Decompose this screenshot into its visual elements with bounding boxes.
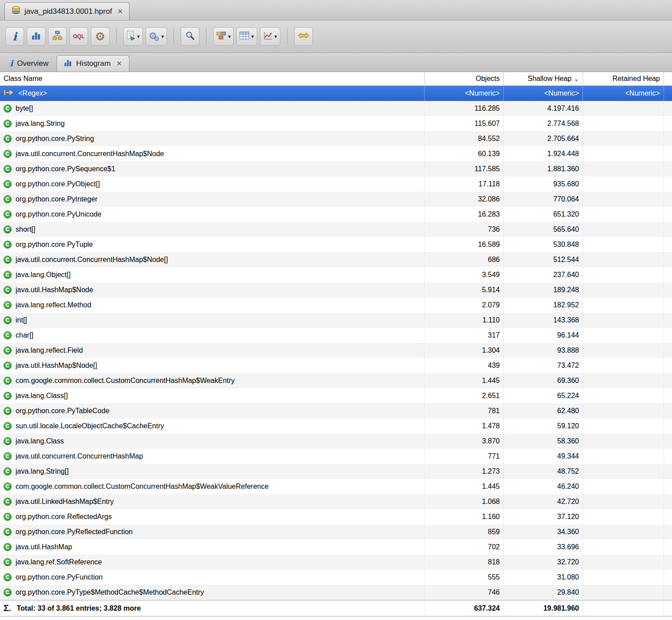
shallow-heap-cell: 4.197.416 (503, 101, 583, 116)
table-row[interactable]: C java.util.concurrent.ConcurrentHashMap… (0, 146, 672, 161)
retained-heap-cell (583, 222, 664, 237)
class-icon: C (4, 346, 12, 354)
row-spacer (664, 237, 672, 252)
retained-heap-filter-cell[interactable]: <Numeric> (583, 86, 664, 101)
table-row[interactable]: C org.python.core.PyUnicode 16.283 651.3… (0, 207, 672, 222)
tab-histogram[interactable]: Histogram ✕ (57, 55, 130, 72)
shallow-heap-cell: 96.144 (503, 328, 583, 343)
class-name-label: java.lang.reflect.Method (16, 301, 91, 309)
histogram-button[interactable] (27, 27, 45, 46)
class-name-label: java.util.HashMap (16, 543, 72, 551)
tab-overview[interactable]: i Overview (3, 55, 56, 72)
table-row[interactable]: C org.python.core.PyFunction 555 31.080 (0, 570, 672, 585)
oql-button[interactable]: OQL (69, 27, 88, 46)
overview-info-button[interactable]: i (5, 27, 24, 46)
shallow-heap-cell: 2.705.664 (503, 131, 583, 146)
export-button[interactable]: ▾ (260, 27, 280, 46)
class-name-label: org.python.core.PyString (16, 135, 94, 143)
retained-heap-cell (583, 539, 664, 555)
objects-cell: 686 (424, 252, 503, 267)
table-row[interactable]: C org.python.core.PySequence$1 117.585 1… (0, 161, 672, 177)
compare-button[interactable] (294, 27, 313, 46)
class-icon: C (4, 135, 12, 143)
table-row[interactable]: C java.util.HashMap$Node[] 439 73.472 (0, 358, 672, 373)
table-row[interactable]: C java.lang.reflect.Method 2.079 182.952 (0, 298, 672, 313)
table-row[interactable]: C java.util.concurrent.ConcurrentHashMap… (0, 252, 672, 267)
filter-arrow-icon (4, 89, 14, 98)
customize-columns-button[interactable]: ▾ (236, 27, 257, 46)
shallow-heap-cell: 34.360 (503, 524, 583, 539)
class-name-label: org.python.core.PyUnicode (16, 210, 101, 218)
table-row[interactable]: C org.python.core.PyTuple 16.589 530.848 (0, 237, 672, 252)
search-button[interactable] (181, 27, 199, 46)
table-row[interactable]: C java.util.concurrent.ConcurrentHashMap… (0, 449, 672, 464)
shallow-heap-cell: 512.544 (503, 252, 583, 267)
table-row[interactable]: C java.lang.ref.SoftReference 818 32.720 (0, 555, 672, 570)
expert-tests-button[interactable]: ⚙⚙ ▾ (146, 27, 167, 46)
class-icon: C (4, 392, 12, 400)
class-name-label: short[] (16, 225, 35, 234)
table-row[interactable]: C java.util.HashMap 702 33.696 (0, 539, 672, 555)
row-spacer (664, 494, 672, 509)
shallow-heap-filter-cell[interactable]: <Numeric> (503, 86, 583, 101)
class-name-label: char[] (16, 331, 33, 339)
dropdown-icon: ▾ (137, 34, 140, 39)
table-row[interactable]: C short[] 736 565.640 (0, 222, 672, 237)
search-icon (185, 31, 195, 42)
row-spacer (664, 555, 672, 570)
table-row[interactable]: C byte[] 116.285 4.197.416 (0, 101, 672, 116)
table-row[interactable]: C com.google.common.collect.CustomConcur… (0, 373, 672, 388)
row-spacer (664, 252, 672, 267)
objects-cell: 736 (424, 222, 503, 237)
table-row[interactable]: C java.lang.String 115.607 2.774.568 (0, 116, 672, 131)
table-row[interactable]: C int[] 1.110 143.368 (0, 313, 672, 328)
shallow-heap-cell: 48.752 (503, 464, 583, 479)
shallow-heap-cell: 33.696 (503, 539, 583, 555)
class-name-cell: C java.util.concurrent.ConcurrentHashMap… (0, 252, 424, 267)
class-icon: C (4, 150, 12, 158)
column-objects-label: Objects (476, 75, 500, 83)
close-icon[interactable]: ✕ (117, 8, 123, 16)
retained-heap-cell (583, 267, 664, 282)
row-spacer (664, 282, 672, 298)
table-row[interactable]: C java.util.HashMap$Node 5.914 189.248 (0, 282, 672, 298)
table-row[interactable]: C char[] 317 96.144 (0, 328, 672, 343)
table-row[interactable]: C org.python.core.ReflectedArgs 1.160 37… (0, 509, 672, 524)
group-by-button[interactable]: ▾ (213, 27, 234, 46)
run-report-button[interactable]: ▾ (123, 27, 143, 46)
row-spacer (664, 509, 672, 524)
table-row[interactable]: C java.lang.Class[] 2.651 65.224 (0, 388, 672, 403)
retained-heap-cell (583, 358, 664, 373)
row-spacer (664, 328, 672, 343)
table-row[interactable]: C java.util.LinkedHashMap$Entry 1.068 42… (0, 494, 672, 509)
table-row[interactable]: C com.google.common.collect.CustomConcur… (0, 479, 672, 494)
table-row[interactable]: C org.python.core.PyTableCode 781 62.480 (0, 403, 672, 419)
table-row[interactable]: C java.lang.Class 3.870 58.360 (0, 434, 672, 449)
table-row[interactable]: C java.lang.String[] 1.273 48.752 (0, 464, 672, 479)
table-row[interactable]: C org.python.core.PyObject[] 17.118 935.… (0, 177, 672, 192)
objects-filter-cell[interactable]: <Numeric> (424, 86, 503, 101)
table-row[interactable]: C java.lang.Object[] 3.549 237.640 (0, 267, 672, 282)
dominator-tree-button[interactable] (48, 27, 67, 46)
row-spacer (664, 161, 672, 177)
column-shallow-heap[interactable]: Shallow Heap ⌄ (503, 72, 583, 85)
regex-filter-cell[interactable]: <Regex> (0, 86, 424, 101)
settings-gear-button[interactable]: ⚙ (91, 27, 109, 46)
column-objects[interactable]: Objects (424, 72, 503, 85)
dropdown-icon: ▾ (275, 34, 277, 39)
table-row[interactable]: C org.python.core.PyInteger 32.086 770.0… (0, 192, 672, 207)
table-row[interactable]: C org.python.core.PyReflectedFunction 85… (0, 524, 672, 539)
close-icon[interactable]: ✕ (117, 60, 122, 68)
shallow-heap-cell: 31.080 (503, 570, 583, 585)
table-row[interactable]: C org.python.core.PyString 84.552 2.705.… (0, 131, 672, 146)
editor-tab-hprof[interactable]: java_pid34813.0001.hprof ✕ (4, 2, 130, 20)
column-retained-heap[interactable]: Retained Heap (583, 72, 664, 85)
table-row[interactable]: C org.python.core.PyType$MethodCache$Met… (0, 585, 672, 600)
table-row[interactable]: C sun.util.locale.LocaleObjectCache$Cach… (0, 419, 672, 434)
objects-cell: 818 (424, 555, 503, 570)
table-row[interactable]: C java.lang.reflect.Field 1.304 93.888 (0, 343, 672, 358)
objects-cell: 2.079 (424, 298, 503, 313)
objects-cell: 1.478 (424, 419, 503, 434)
class-name-label: org.python.core.PyObject[] (16, 180, 100, 188)
column-class-name[interactable]: Class Name (0, 72, 424, 85)
